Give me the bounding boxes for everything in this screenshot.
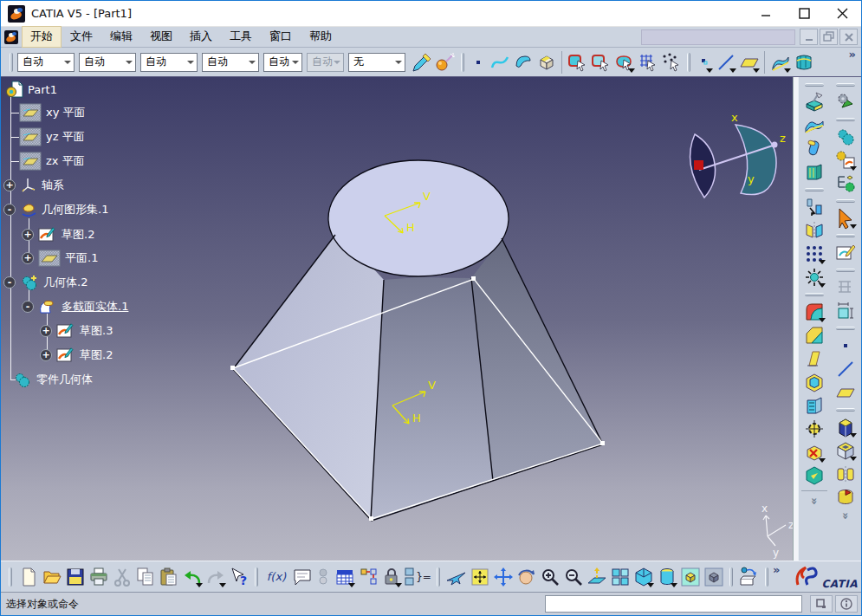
toolbar-grip[interactable] — [836, 199, 855, 203]
tree-item-axis-system[interactable]: + 轴系 — [3, 176, 64, 195]
swap-visible-space-icon[interactable] — [702, 565, 725, 588]
pan-icon[interactable] — [491, 565, 515, 588]
check-analysis-icon[interactable] — [314, 565, 333, 588]
insert-body-icon[interactable] — [833, 91, 858, 113]
fly-mode-icon[interactable] — [444, 565, 468, 588]
point-icon[interactable] — [469, 50, 488, 74]
equivalent-dimensions-icon[interactable]: }= — [403, 565, 432, 588]
close-surface-icon[interactable] — [802, 464, 826, 487]
close-icon[interactable] — [823, 1, 861, 27]
pattern-icon[interactable] — [802, 243, 826, 265]
tree-item-plane1[interactable]: + 平面.1 — [22, 249, 98, 268]
expand-icon[interactable]: + — [22, 252, 34, 264]
toolbar-grip[interactable] — [836, 234, 855, 237]
remove-lump-icon[interactable] — [802, 441, 826, 464]
constraint-dimension-icon[interactable] — [833, 300, 858, 322]
split-solid-icon[interactable] — [802, 91, 826, 113]
toolbar-overflow-icon[interactable]: » — [773, 563, 780, 576]
compass-anchor[interactable] — [694, 160, 703, 170]
normal-view-icon[interactable] — [585, 565, 608, 588]
relations-icon[interactable] — [356, 565, 379, 588]
mdi-close-icon[interactable] — [839, 29, 858, 45]
menu-start[interactable]: 开始 — [22, 26, 62, 48]
tap-thread-icon[interactable] — [802, 418, 826, 440]
toolbar-overflow-down-icon[interactable]: » — [808, 497, 821, 504]
body-gears-icon[interactable] — [833, 126, 858, 148]
toolbar-grip[interactable] — [805, 293, 824, 296]
cut-icon[interactable] — [110, 565, 133, 588]
viewport-3d[interactable]: V H V H x y z — [1, 77, 793, 561]
maximize-icon[interactable] — [785, 1, 823, 27]
dialog-toggle-icon[interactable] — [810, 595, 833, 613]
toolbar-grip[interactable] — [836, 327, 855, 330]
collapse-icon[interactable]: - — [3, 276, 16, 289]
chamfer-icon[interactable] — [802, 324, 826, 347]
scale-icon[interactable] — [802, 266, 826, 289]
stiffener-icon[interactable] — [802, 161, 826, 184]
expand-icon[interactable]: + — [40, 349, 52, 361]
fill-color-dropdown[interactable]: 自动 — [17, 53, 75, 72]
toolbar-grip[interactable] — [805, 188, 824, 191]
expand-icon[interactable]: + — [3, 179, 16, 191]
toolbar-grip[interactable] — [10, 53, 13, 72]
undo-icon[interactable] — [180, 565, 204, 588]
tree-item-yz-plane[interactable]: yz 平面 — [19, 127, 85, 146]
toolbar-grip[interactable] — [729, 567, 733, 587]
design-table-icon[interactable] — [333, 565, 356, 588]
tree-item-partbody[interactable]: 零件几何体 — [13, 370, 93, 389]
toolbar-overflow-down-icon[interactable]: » — [839, 512, 852, 519]
toolbar-grip[interactable] — [836, 118, 855, 121]
toolbar-overflow-icon[interactable]: » — [849, 48, 856, 61]
wizard-material-icon[interactable] — [433, 50, 457, 74]
thickness-icon[interactable] — [802, 394, 826, 417]
zoom-in-icon[interactable] — [538, 565, 561, 588]
select-arrow-icon[interactable] — [833, 207, 858, 230]
knowledge-info-icon[interactable] — [835, 595, 858, 613]
wrap-surface-icon[interactable] — [792, 50, 815, 74]
save-icon[interactable] — [63, 565, 87, 588]
menu-file[interactable]: 文件 — [62, 26, 101, 48]
point-tool-icon[interactable] — [695, 50, 714, 74]
new-file-icon[interactable] — [16, 565, 40, 588]
hide-show-icon[interactable] — [678, 565, 702, 588]
select-edge-icon[interactable] — [589, 50, 612, 74]
shaft-icon[interactable] — [833, 486, 858, 509]
toolbar-grip[interactable] — [805, 83, 824, 87]
point-style-dropdown[interactable]: 自动 — [263, 53, 302, 72]
mdi-restore-icon[interactable] — [820, 29, 838, 45]
toolbar-grip[interactable] — [437, 567, 440, 587]
edge-fillet-icon[interactable] — [802, 301, 826, 323]
sweep-surface-icon[interactable] — [768, 50, 792, 74]
tree-structure-icon[interactable] — [833, 172, 858, 195]
pocket-icon[interactable] — [833, 439, 858, 462]
translate-icon[interactable] — [802, 196, 826, 218]
menu-help[interactable]: 帮助 — [301, 26, 340, 48]
select-solid-icon[interactable] — [612, 50, 636, 74]
tree-item-xy-plane[interactable]: xy 平面 — [19, 103, 86, 122]
select-points-icon[interactable] — [659, 50, 683, 74]
toolbar-grip[interactable] — [9, 567, 12, 587]
isolate-solid-icon[interactable] — [535, 50, 558, 74]
draft-angle-icon[interactable] — [802, 347, 826, 370]
expand-icon[interactable]: + — [40, 325, 52, 337]
toolbar-grip[interactable] — [255, 567, 258, 587]
minimize-icon[interactable] — [747, 1, 785, 27]
constraints-gray-icon[interactable] — [833, 276, 858, 299]
tree-item-body2[interactable]: - 几何体.2 — [3, 273, 87, 292]
line-color-dropdown[interactable]: 自动 — [79, 53, 136, 72]
select-grid-icon[interactable] — [636, 50, 659, 74]
print-icon[interactable] — [87, 565, 110, 588]
line-weight-dropdown[interactable]: 自动 — [202, 53, 259, 72]
spline-icon[interactable] — [488, 50, 511, 74]
shell-icon[interactable] — [802, 371, 826, 393]
tree-root-part1[interactable]: Part1 — [6, 80, 57, 99]
paste-icon[interactable] — [157, 565, 180, 588]
point-icon[interactable] — [833, 334, 858, 357]
expand-icon[interactable]: + — [22, 229, 34, 241]
rotate-icon[interactable] — [515, 565, 538, 588]
groove-icon[interactable] — [833, 463, 858, 485]
menu-insert[interactable]: 插入 — [181, 26, 221, 48]
redo-icon[interactable] — [204, 565, 227, 588]
solid-from-sketch-icon[interactable] — [833, 149, 858, 172]
toolbar-grip[interactable] — [765, 567, 768, 587]
